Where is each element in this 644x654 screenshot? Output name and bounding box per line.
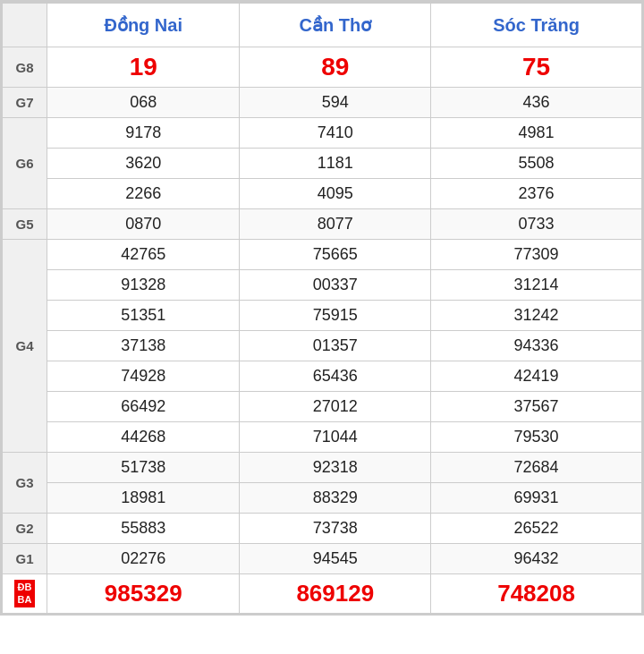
- g6-row-1: G6 9178 7410 4981: [3, 118, 642, 149]
- g4-row-5: 74928 65436 42419: [3, 361, 642, 392]
- g6-row-3: 2266 4095 2376: [3, 179, 642, 209]
- db-label: ĐBBA: [3, 574, 47, 614]
- g4-dong-nai-1: 42765: [47, 240, 240, 270]
- header-can-tho: Cần Thơ: [240, 3, 431, 47]
- header-row: Đồng Nai Cần Thơ Sóc Trăng: [3, 3, 642, 47]
- g5-soc-trang: 0733: [431, 209, 642, 240]
- g5-dong-nai: 0870: [47, 209, 240, 240]
- g6-soc-trang-1: 4981: [431, 118, 642, 149]
- g2-can-tho: 73738: [240, 514, 431, 544]
- g1-label: G1: [3, 544, 47, 574]
- g4-row-1: G4 42765 75665 77309: [3, 240, 642, 270]
- g6-label: G6: [3, 118, 47, 209]
- g2-soc-trang: 26522: [431, 514, 642, 544]
- g4-dong-nai-6: 66492: [47, 392, 240, 422]
- g5-row: G5 0870 8077 0733: [3, 209, 642, 240]
- db-soc-trang: 748208: [431, 574, 642, 614]
- g4-soc-trang-7: 79530: [431, 422, 642, 453]
- g4-dong-nai-7: 44268: [47, 422, 240, 453]
- header-dong-nai: Đồng Nai: [47, 3, 240, 47]
- g4-dong-nai-5: 74928: [47, 361, 240, 392]
- g6-dong-nai-1: 9178: [47, 118, 240, 149]
- g5-label: G5: [3, 209, 47, 240]
- g4-soc-trang-5: 42419: [431, 361, 642, 392]
- g4-can-tho-1: 75665: [240, 240, 431, 270]
- g4-soc-trang-1: 77309: [431, 240, 642, 270]
- main-container: Đồng Nai Cần Thơ Sóc Trăng G8 19 89 75 G…: [0, 0, 644, 616]
- g8-dong-nai: 19: [47, 47, 240, 88]
- db-row: ĐBBA 985329 869129 748208: [3, 574, 642, 614]
- g2-label: G2: [3, 514, 47, 544]
- g4-can-tho-7: 71044: [240, 422, 431, 453]
- g4-row-2: 91328 00337 31214: [3, 270, 642, 301]
- g3-row-1: G3 51738 92318 72684: [3, 453, 642, 483]
- g6-row-2: 3620 1181 5508: [3, 149, 642, 179]
- g3-label: G3: [3, 453, 47, 514]
- g1-dong-nai: 02276: [47, 544, 240, 574]
- g4-row-6: 66492 27012 37567: [3, 392, 642, 422]
- g4-row-7: 44268 71044 79530: [3, 422, 642, 453]
- g6-dong-nai-2: 3620: [47, 149, 240, 179]
- g8-soc-trang: 75: [431, 47, 642, 88]
- g8-can-tho: 89: [240, 47, 431, 88]
- lottery-table: Đồng Nai Cần Thơ Sóc Trăng G8 19 89 75 G…: [2, 2, 642, 614]
- g2-dong-nai: 55883: [47, 514, 240, 544]
- g4-soc-trang-2: 31214: [431, 270, 642, 301]
- db-can-tho: 869129: [240, 574, 431, 614]
- g3-can-tho-2: 88329: [240, 483, 431, 514]
- g4-dong-nai-3: 51351: [47, 301, 240, 331]
- g6-soc-trang-2: 5508: [431, 149, 642, 179]
- g7-row: G7 068 594 436: [3, 88, 642, 118]
- g6-dong-nai-3: 2266: [47, 179, 240, 209]
- g3-can-tho-1: 92318: [240, 453, 431, 483]
- g4-soc-trang-6: 37567: [431, 392, 642, 422]
- g4-row-4: 37138 01357 94336: [3, 331, 642, 361]
- g4-can-tho-2: 00337: [240, 270, 431, 301]
- g3-row-2: 18981 88329 69931: [3, 483, 642, 514]
- g3-dong-nai-1: 51738: [47, 453, 240, 483]
- g6-can-tho-1: 7410: [240, 118, 431, 149]
- db-dong-nai: 985329: [47, 574, 240, 614]
- g4-can-tho-3: 75915: [240, 301, 431, 331]
- g6-can-tho-2: 1181: [240, 149, 431, 179]
- g4-dong-nai-2: 91328: [47, 270, 240, 301]
- g8-row: G8 19 89 75: [3, 47, 642, 88]
- g4-soc-trang-3: 31242: [431, 301, 642, 331]
- g8-label: G8: [3, 47, 47, 88]
- g1-row: G1 02276 94545 96432: [3, 544, 642, 574]
- g1-soc-trang: 96432: [431, 544, 642, 574]
- g7-soc-trang: 436: [431, 88, 642, 118]
- g1-can-tho: 94545: [240, 544, 431, 574]
- g4-can-tho-5: 65436: [240, 361, 431, 392]
- g4-row-3: 51351 75915 31242: [3, 301, 642, 331]
- g7-label: G7: [3, 88, 47, 118]
- g6-can-tho-3: 4095: [240, 179, 431, 209]
- g4-can-tho-4: 01357: [240, 331, 431, 361]
- g3-dong-nai-2: 18981: [47, 483, 240, 514]
- g4-label: G4: [3, 240, 47, 453]
- g6-soc-trang-3: 2376: [431, 179, 642, 209]
- g7-dong-nai: 068: [47, 88, 240, 118]
- header-empty: [3, 3, 47, 47]
- db-badge: ĐBBA: [14, 580, 36, 607]
- g4-soc-trang-4: 94336: [431, 331, 642, 361]
- g3-soc-trang-2: 69931: [431, 483, 642, 514]
- header-soc-trang: Sóc Trăng: [431, 3, 642, 47]
- g4-dong-nai-4: 37138: [47, 331, 240, 361]
- g7-can-tho: 594: [240, 88, 431, 118]
- g3-soc-trang-1: 72684: [431, 453, 642, 483]
- g2-row: G2 55883 73738 26522: [3, 514, 642, 544]
- g5-can-tho: 8077: [240, 209, 431, 240]
- g4-can-tho-6: 27012: [240, 392, 431, 422]
